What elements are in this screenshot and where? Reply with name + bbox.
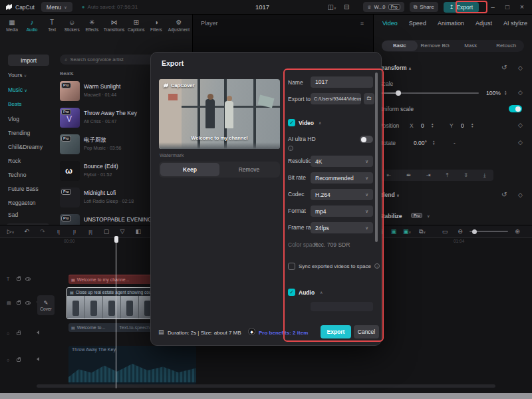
resolution-dropdown[interactable]: 4K∨ xyxy=(311,156,373,167)
tab-effects[interactable]: ✳Effects xyxy=(82,17,101,32)
inspector-tab-speed[interactable]: Speed xyxy=(409,20,426,27)
trim-right-icon[interactable]: |I| xyxy=(82,229,98,234)
position-x-value[interactable]: 0 xyxy=(421,122,424,129)
tab-media[interactable]: ▦Media xyxy=(3,17,21,32)
visibility-icon[interactable] xyxy=(25,277,31,281)
album-art[interactable]: ω xyxy=(60,161,80,181)
rotate-stepper[interactable]: ▲▼ xyxy=(432,140,435,146)
tab-audio[interactable]: ♪Audio xyxy=(23,17,41,32)
keyframe-blend-icon[interactable]: ◇ xyxy=(518,192,523,198)
keyframe-rotate-icon[interactable]: ◇ xyxy=(518,139,523,146)
preview-axis-icon[interactable]: ▣∨ xyxy=(400,228,414,235)
track-title[interactable]: 电子厨放 xyxy=(84,136,106,144)
delete-icon[interactable]: ▢ xyxy=(98,228,114,235)
ai-ultra-hd-toggle[interactable] xyxy=(360,136,373,143)
mute-icon[interactable] xyxy=(35,331,39,334)
mute-icon[interactable] xyxy=(35,357,39,361)
track-title[interactable]: Warm Sunlight xyxy=(84,83,120,90)
lock-icon[interactable] xyxy=(17,277,21,281)
codec-dropdown[interactable]: H.264∨ xyxy=(311,189,373,200)
align-top-icon[interactable]: ⤒ xyxy=(446,172,449,179)
framerate-dropdown[interactable]: 24fps∨ xyxy=(311,222,373,233)
workspace-pro-pill[interactable]: ♕ W...0 Pro xyxy=(363,2,404,12)
track-title[interactable]: Midnight Lofi xyxy=(84,190,116,196)
subtab-basic[interactable]: Basic xyxy=(382,41,418,51)
align-left-icon[interactable]: ⇤ xyxy=(387,172,392,178)
share-button[interactable]: ⧉ Share xyxy=(410,2,438,12)
visibility-icon[interactable] xyxy=(25,301,31,305)
audio-checkbox[interactable]: ✓ xyxy=(288,289,295,296)
bitrate-dropdown[interactable]: Recommended∨ xyxy=(311,172,373,184)
trim-left-icon[interactable]: |I xyxy=(66,229,82,234)
lock-icon[interactable] xyxy=(17,301,21,305)
sync-checkbox[interactable] xyxy=(288,263,295,270)
link-icon[interactable]: ▣ xyxy=(387,228,400,235)
subtab-remove-bg[interactable]: Remove BG xyxy=(418,41,454,51)
tab-captions[interactable]: ⊞Captions xyxy=(127,17,146,32)
scale-slider-handle[interactable] xyxy=(396,90,401,96)
position-y-stepper[interactable]: ▲▼ xyxy=(471,123,473,128)
keep-button[interactable]: Keep xyxy=(160,163,219,176)
mask-tool-icon[interactable]: ▽ xyxy=(114,228,130,235)
pro-benefits-link[interactable]: Pro benefits: 2 item xyxy=(259,330,308,336)
video-collapse-icon[interactable]: ∧ xyxy=(319,120,321,125)
keyframe-transform-icon[interactable]: ◇ xyxy=(518,65,523,71)
minimize-button[interactable]: – xyxy=(488,3,497,11)
export-button-top[interactable]: ↥ Export xyxy=(444,2,479,13)
inspector-tab-animation[interactable]: Animation xyxy=(438,20,464,27)
lock-icon[interactable] xyxy=(17,332,21,335)
reset-blend-icon[interactable]: ↺ xyxy=(501,191,507,198)
genre-beats[interactable]: Beats xyxy=(8,101,21,107)
album-art[interactable]: Pro xyxy=(60,134,80,154)
zoom-out-icon[interactable]: ⊖ xyxy=(454,228,467,235)
maximize-button[interactable]: □ xyxy=(503,3,512,11)
lock-icon[interactable] xyxy=(17,358,21,362)
category-music[interactable]: Music ∨ xyxy=(8,86,27,93)
select-tool-icon[interactable]: ▷∨ xyxy=(3,228,19,235)
subtab-retouch[interactable]: Retouch xyxy=(489,41,525,51)
dialog-scrollbar[interactable] xyxy=(375,72,378,242)
scale-value[interactable]: 100% xyxy=(486,90,501,96)
inspector-tab-adjust[interactable]: Adjust xyxy=(475,20,492,27)
align-middle-icon[interactable]: ⇳ xyxy=(464,172,468,178)
tab-adjustment[interactable]: ⚙Adjustment xyxy=(167,17,191,32)
import-button[interactable]: Import xyxy=(8,55,49,66)
audio-collapse-icon[interactable]: ∧ xyxy=(320,290,323,295)
stabilize-section[interactable]: Stabilize xyxy=(379,213,402,219)
tab-filters[interactable]: ◑Filters xyxy=(147,17,166,32)
timeline-zoom-slider[interactable] xyxy=(469,231,508,232)
genre-vlog[interactable]: Vlog xyxy=(8,116,19,122)
scale-stepper[interactable]: ▲▼ xyxy=(504,90,507,96)
align-bottom-icon[interactable]: ⤓ xyxy=(483,172,486,179)
inspector-tab-video[interactable]: Video xyxy=(382,20,398,27)
record-screen-icon[interactable]: ▭ xyxy=(436,228,454,235)
track-title[interactable]: Throw Away The Key xyxy=(84,110,137,116)
align-right-icon[interactable]: ⇥ xyxy=(426,172,431,178)
genre-reggaeton[interactable]: Reggaeton xyxy=(8,200,36,206)
name-input[interactable]: 1017 xyxy=(311,76,373,88)
playhead[interactable] xyxy=(114,236,118,243)
genre-trending[interactable]: Trending xyxy=(8,130,30,136)
close-button[interactable]: × xyxy=(517,3,527,11)
playhead-line[interactable] xyxy=(116,241,116,388)
position-x-stepper[interactable]: ▲▼ xyxy=(431,123,434,128)
tab-text[interactable]: TText xyxy=(43,17,61,32)
transform-section[interactable]: Transform ∧ xyxy=(379,65,412,71)
genre-rock[interactable]: Rock xyxy=(8,158,21,164)
blend-section[interactable]: Blend ∨ xyxy=(379,192,400,198)
zoom-slider-handle[interactable] xyxy=(472,229,477,234)
search-input[interactable] xyxy=(70,57,156,63)
undo-icon[interactable]: ↶ xyxy=(19,228,35,235)
panel-layout-icon[interactable]: ⊟ xyxy=(342,3,351,11)
player-menu-icon[interactable]: ≡ xyxy=(360,20,364,27)
tab-transitions[interactable]: ⋈Transitions xyxy=(102,17,125,32)
album-art[interactable]: ProV xyxy=(60,108,80,128)
horizontal-scrollbar[interactable] xyxy=(37,384,495,388)
tab-stickers[interactable]: ☺Stickers xyxy=(63,17,81,32)
scale-slider[interactable] xyxy=(379,92,479,94)
category-yours[interactable]: Yours ∨ xyxy=(8,72,27,78)
redo-icon[interactable]: ↷ xyxy=(35,228,51,235)
genre-techno[interactable]: Techno xyxy=(8,172,26,178)
reset-transform-icon[interactable]: ↺ xyxy=(501,64,507,71)
format-dropdown[interactable]: mp4∨ xyxy=(311,205,373,217)
